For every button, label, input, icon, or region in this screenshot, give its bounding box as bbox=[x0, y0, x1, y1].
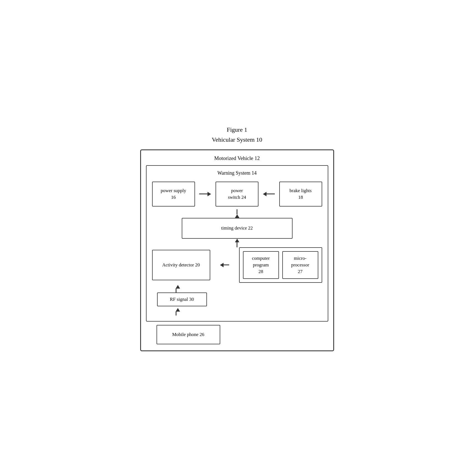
row3: Activity detector 20 computer program 28 bbox=[152, 247, 322, 283]
h-line-1 bbox=[199, 194, 207, 194]
timing-device-label: timing device 22 bbox=[221, 225, 253, 231]
h-line-3 bbox=[224, 264, 229, 265]
power-supply-label-line1: power supply bbox=[157, 187, 191, 194]
warning-system-box: Warning System 14 power supply 16 power … bbox=[146, 165, 328, 322]
arrowhead-right-1 bbox=[207, 192, 211, 196]
v-line-4 bbox=[176, 312, 176, 315]
timing-device-area: timing device 22 bbox=[152, 218, 322, 239]
microprocessor-label: micro- processor 27 bbox=[291, 255, 309, 275]
brake-lights-box: brake lights 18 bbox=[279, 182, 322, 207]
v-line-2 bbox=[237, 242, 237, 247]
brake-lights-label-line2: 18 bbox=[284, 194, 318, 201]
arrow-psw-to-timing-area bbox=[152, 209, 322, 218]
computer-program-box: computer program 28 bbox=[243, 251, 279, 279]
arrowhead-left-2 bbox=[220, 263, 224, 267]
computer-program-label: computer program 28 bbox=[252, 255, 270, 275]
arrow-rf-to-activity-area bbox=[152, 285, 322, 292]
power-switch-box: power switch 24 bbox=[216, 182, 258, 207]
mobile-phone-area: Mobile phone 26 bbox=[146, 325, 328, 344]
arrow-bl-to-psw bbox=[258, 192, 279, 196]
page-wrapper: Figure 1 Vehicular System 10 Motorized V… bbox=[140, 125, 334, 351]
right-panel: computer program 28 micro- processor 27 bbox=[239, 247, 322, 283]
microprocessor-box: micro- processor 27 bbox=[282, 251, 318, 279]
v-line-3 bbox=[176, 289, 176, 292]
brake-lights-label-line1: brake lights bbox=[284, 187, 318, 194]
power-supply-label-line2: 16 bbox=[157, 194, 191, 201]
arrow-ps-to-psw bbox=[195, 192, 216, 196]
figure-title-line2: Vehicular System 10 bbox=[212, 135, 262, 144]
figure-title-line1: Figure 1 bbox=[212, 125, 262, 134]
timing-device-box: timing device 22 bbox=[182, 218, 293, 239]
arrowhead-left-1 bbox=[263, 192, 267, 196]
figure-title: Figure 1 Vehicular System 10 bbox=[212, 125, 262, 144]
power-supply-box: power supply 16 bbox=[152, 182, 195, 207]
row1: power supply 16 power switch 24 bbox=[152, 182, 322, 207]
rf-signal-area: RF signal 30 bbox=[152, 292, 322, 306]
h-line-2 bbox=[267, 194, 275, 194]
power-switch-label-line2: switch 24 bbox=[220, 194, 254, 201]
arrowhead-up-4 bbox=[176, 308, 180, 312]
arrowhead-up-3 bbox=[176, 285, 180, 289]
mobile-phone-label: Mobile phone 26 bbox=[172, 331, 204, 338]
motorized-vehicle-label: Motorized Vehicle 12 bbox=[146, 155, 328, 161]
arrow-activity-to-timing-area bbox=[152, 239, 322, 247]
power-switch-label-line1: power bbox=[220, 187, 254, 194]
activity-detector-label: Activity detector 20 bbox=[162, 262, 200, 268]
rf-signal-label: RF signal 30 bbox=[170, 296, 194, 303]
motorized-vehicle-box: Motorized Vehicle 12 Warning System 14 p… bbox=[140, 149, 334, 351]
warning-system-label: Warning System 14 bbox=[152, 170, 322, 176]
arrow-cp-to-ad bbox=[210, 263, 239, 267]
arrowhead-up-2 bbox=[235, 239, 239, 242]
v-line-1 bbox=[237, 209, 237, 214]
mobile-phone-box: Mobile phone 26 bbox=[157, 325, 220, 344]
activity-detector-box: Activity detector 20 bbox=[152, 250, 210, 280]
rf-signal-box: RF signal 30 bbox=[157, 292, 207, 306]
arrow-mobile-to-rf-area bbox=[152, 308, 322, 315]
arrowhead-up-1 bbox=[235, 214, 239, 218]
